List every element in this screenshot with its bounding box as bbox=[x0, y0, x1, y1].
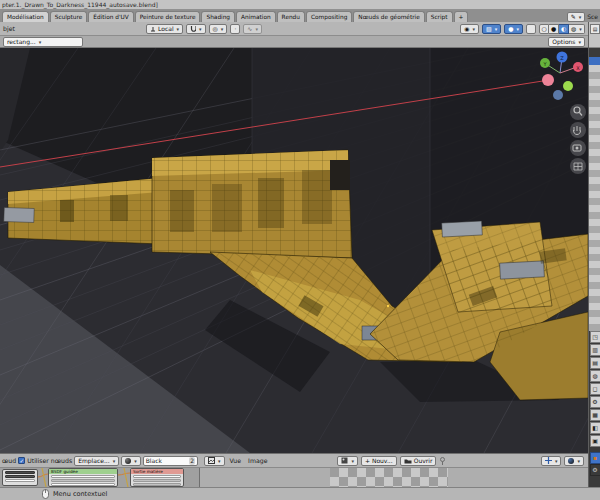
tab-uv-editing[interactable]: Édition d'UV bbox=[88, 11, 133, 22]
slot-dropdown[interactable]: Emplace... bbox=[74, 456, 119, 466]
tab-geometry-nodes[interactable]: Nœuds de géométrie bbox=[353, 11, 424, 22]
mouse-icon bbox=[42, 489, 49, 499]
properties-tab-column: ◳▥▤◍◻⚙▦◧▣ bbox=[589, 331, 600, 447]
image-thumb-icon bbox=[341, 457, 348, 464]
active-tool-dropdown[interactable]: rectang... bbox=[3, 37, 83, 47]
image-datablock-dropdown[interactable] bbox=[337, 456, 358, 466]
gizmo-icon: ▧ bbox=[486, 25, 492, 33]
tab-script[interactable]: Script bbox=[426, 11, 453, 22]
modifier-properties-tab[interactable]: ⚙ bbox=[590, 464, 600, 476]
properties-tab-icon[interactable]: ▦ bbox=[590, 409, 600, 421]
visibility-icon: ◉ bbox=[464, 25, 469, 33]
level-mesh-structure[interactable] bbox=[152, 150, 352, 258]
snap-magnet-dropdown[interactable] bbox=[186, 24, 206, 34]
ortho-toggle-button[interactable] bbox=[570, 158, 586, 174]
tab-rendu[interactable]: Rendu bbox=[277, 11, 305, 22]
falloff-dropdown[interactable]: ∿ bbox=[243, 24, 262, 34]
properties-tab-icon[interactable]: ▥ bbox=[590, 344, 600, 356]
tab-shading[interactable]: Shading bbox=[201, 11, 235, 22]
shader-node-canvas[interactable]: BSDF guidée Sortie matière bbox=[0, 468, 200, 487]
tab-texture-paint[interactable]: Peinture de texture bbox=[135, 11, 201, 22]
sphere-dark-icon bbox=[568, 458, 574, 464]
shading-solid-button[interactable]: ● bbox=[549, 24, 559, 34]
pin-icon[interactable] bbox=[439, 457, 446, 465]
object-visibility-dropdown[interactable]: ◉ bbox=[460, 24, 479, 34]
axis-neg-x-ball[interactable] bbox=[542, 74, 554, 86]
add-workspace-button[interactable]: + bbox=[454, 11, 469, 22]
shading-rendered-button[interactable]: ◍ bbox=[569, 24, 585, 34]
show-gizmos-dropdown[interactable]: ▧ bbox=[482, 24, 501, 34]
workspace-tab-bar: Modélisation Sculpture Édition d'UV Pein… bbox=[0, 10, 600, 22]
datablock-name-field[interactable]: Black 2 bbox=[143, 456, 198, 466]
material-sphere-dropdown[interactable] bbox=[121, 456, 141, 466]
properties-tab-icon[interactable]: ▤ bbox=[590, 357, 600, 369]
folder-icon bbox=[404, 458, 412, 464]
node-menu-partial[interactable]: œud bbox=[2, 457, 16, 464]
view-menu[interactable]: Vue bbox=[228, 457, 244, 464]
scene-icon: ✎ bbox=[571, 13, 576, 21]
3d-viewport[interactable]: Z Y X bbox=[0, 48, 588, 453]
image-gizmos-dropdown[interactable] bbox=[541, 456, 562, 466]
magnet-icon bbox=[190, 25, 196, 32]
image-shading-dropdown[interactable] bbox=[564, 456, 584, 466]
snap-toggle-button[interactable]: · bbox=[230, 24, 240, 34]
solid-icon: ● bbox=[551, 25, 556, 33]
status-hint: Menu contextuel bbox=[53, 490, 107, 498]
zoom-button[interactable] bbox=[570, 104, 586, 120]
tab-animation[interactable]: Animation bbox=[236, 11, 276, 22]
image-menu[interactable]: Image bbox=[246, 457, 269, 464]
sphere-icon bbox=[125, 458, 131, 464]
axis-neg-y-ball[interactable] bbox=[563, 81, 573, 91]
image-editor-header: Vue Image + Nouv... Ouvrir bbox=[200, 453, 588, 468]
status-bar: Menu contextuel bbox=[0, 487, 600, 500]
transform-orientation-dropdown[interactable]: Local bbox=[146, 24, 183, 34]
properties-tab-icon[interactable]: ⚙ bbox=[590, 396, 600, 408]
rendered-icon: ◍ bbox=[571, 25, 576, 33]
tab-modelisation[interactable]: Modélisation bbox=[2, 11, 49, 22]
tab-sculpture[interactable]: Sculpture bbox=[50, 11, 88, 22]
shader-editor-header: œud ✓ Utiliser nœuds Emplace... Black 2 bbox=[0, 453, 200, 468]
viewport-header: bjet Local ◎ · ∿ ◉ ▧ ● ○ ● ◐ ◍ bbox=[0, 22, 588, 36]
material-output-node[interactable]: Sortie matière bbox=[130, 468, 184, 487]
image-icon bbox=[208, 457, 215, 464]
tab-compositing[interactable]: Compositing bbox=[306, 11, 352, 22]
shading-wireframe-button[interactable]: ○ bbox=[539, 24, 549, 34]
pan-button[interactable] bbox=[570, 122, 586, 138]
properties-tab-icon[interactable]: ◍ bbox=[590, 370, 600, 382]
use-nodes-checkbox[interactable]: ✓ bbox=[18, 457, 25, 464]
new-image-button[interactable]: + Nouv... bbox=[361, 456, 397, 466]
outliner-selected-row[interactable] bbox=[589, 57, 600, 65]
image-editor-canvas[interactable] bbox=[200, 468, 588, 487]
shading-material-button[interactable]: ◐ bbox=[559, 24, 569, 34]
properties-tab-icon[interactable]: ◻ bbox=[590, 383, 600, 395]
dot-icon: · bbox=[234, 25, 236, 33]
scene-selector-label[interactable]: Sce bbox=[587, 13, 598, 20]
outliner-rows[interactable] bbox=[589, 65, 600, 331]
properties-tab-column-lower: ▪ ⚙ bbox=[589, 452, 600, 487]
show-overlays-dropdown[interactable]: ● bbox=[504, 24, 523, 34]
proportional-editing-dropdown[interactable]: ◎ bbox=[209, 24, 228, 34]
xray-toggle-button[interactable] bbox=[526, 24, 536, 34]
shader-node-partial[interactable] bbox=[2, 469, 38, 486]
blender-window: pter.1._Drawn_To_Darkness_11944_autosave… bbox=[0, 0, 600, 500]
properties-tab-icon[interactable]: ▣ bbox=[590, 435, 600, 447]
principled-bsdf-node[interactable]: BSDF guidée bbox=[48, 468, 118, 487]
open-image-button[interactable]: Ouvrir bbox=[400, 456, 437, 466]
object-mode-label[interactable]: bjet bbox=[3, 25, 15, 32]
users-count-badge[interactable]: 2 bbox=[189, 457, 195, 465]
editor-type-icon[interactable]: ▤ bbox=[590, 24, 600, 34]
options-dropdown[interactable]: Options bbox=[548, 37, 585, 47]
material-preview-icon: ◐ bbox=[561, 25, 566, 33]
right-panel-strip: ▤ ◳▥▤◍◻⚙▦◧▣ ▪ ⚙ bbox=[588, 22, 600, 487]
viewport-scene: Z Y X bbox=[0, 48, 588, 453]
properties-tab-icon[interactable]: ◳ bbox=[590, 331, 600, 343]
overlays-icon: ● bbox=[508, 25, 513, 33]
image-editor-type-dropdown[interactable] bbox=[204, 456, 225, 466]
properties-tab-icon[interactable]: ◧ bbox=[590, 422, 600, 434]
scene-icon-dropdown[interactable]: ✎ bbox=[567, 12, 586, 22]
use-nodes-label[interactable]: Utiliser nœuds bbox=[27, 457, 72, 464]
material-properties-tab[interactable]: ▪ bbox=[590, 452, 600, 464]
proportional-icon: ◎ bbox=[213, 25, 218, 33]
camera-view-button[interactable] bbox=[570, 140, 586, 156]
axis-neg-z-ball[interactable] bbox=[553, 90, 563, 100]
